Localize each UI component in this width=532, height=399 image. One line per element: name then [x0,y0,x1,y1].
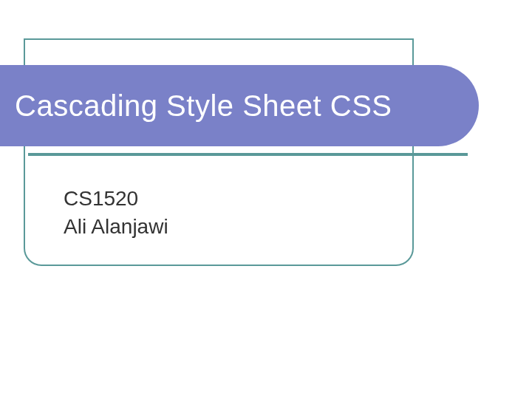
subtitle-block: CS1520 Ali Alanjawi [64,185,168,241]
author-name: Ali Alanjawi [64,213,168,241]
course-code: CS1520 [64,185,168,213]
title-bar: Cascading Style Sheet CSS [0,65,479,146]
title-underline [28,153,468,156]
slide-title: Cascading Style Sheet CSS [15,89,392,123]
